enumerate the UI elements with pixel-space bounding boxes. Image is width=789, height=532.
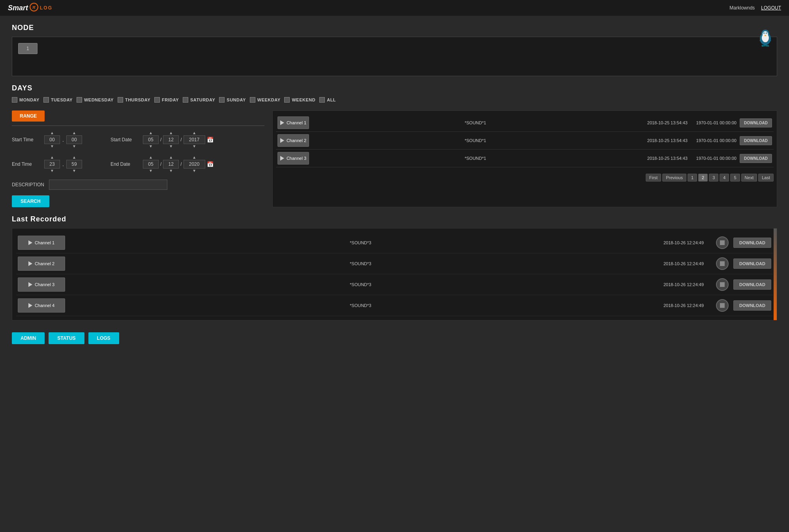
lr-row-4: Channel 4 *SOUND*3 2018-10-26 12:24:49 D… — [16, 295, 773, 316]
end-year-input[interactable]: 2020 — [184, 160, 205, 169]
lr-download-3-button[interactable]: DOWNLOAD — [733, 279, 771, 290]
start-day-down[interactable]: ▼ — [167, 144, 174, 149]
page-3-button[interactable]: 3 — [709, 174, 718, 182]
lr-channel-4-name: Channel 4 — [35, 303, 54, 308]
logo: Smart π LOG — [8, 3, 52, 13]
channel-1-date1: 2018-10-25 13:54:43 — [642, 120, 693, 125]
tuesday-checkbox[interactable] — [43, 97, 49, 103]
node-button-1[interactable]: 1 — [18, 43, 37, 54]
end-calendar-icon[interactable]: 📅 — [207, 161, 214, 167]
lr-play-1-button[interactable]: Channel 1 — [18, 236, 65, 250]
start-day-up[interactable]: ▲ — [167, 131, 174, 135]
friday-checkbox[interactable] — [154, 97, 160, 103]
stop-3-button[interactable] — [716, 278, 729, 291]
weekend-checkbox[interactable] — [284, 97, 290, 103]
end-day-input[interactable]: 12 — [163, 160, 179, 169]
lr-download-4-button[interactable]: DOWNLOAD — [733, 300, 771, 311]
start-year-up[interactable]: ▲ — [191, 131, 198, 135]
start-time-spinner: ▲ 00 ▼ . ▲ 00 ▼ — [44, 131, 82, 149]
range-section: RANGE Start Time ▲ 00 ▼ . ▲ 00 ▼ — [12, 111, 777, 207]
hours-up-arrow[interactable]: ▲ — [49, 131, 56, 135]
logs-button[interactable]: LOGS — [88, 332, 119, 344]
end-hours-down[interactable]: ▼ — [49, 169, 56, 173]
stop-1-button[interactable] — [716, 236, 729, 249]
lr-download-1-button[interactable]: DOWNLOAD — [733, 238, 771, 248]
range-button[interactable]: RANGE — [12, 111, 45, 122]
sittig-logo: SITTIG — [753, 24, 777, 47]
page-2-button[interactable]: 2 — [698, 174, 708, 182]
description-input[interactable] — [49, 180, 167, 190]
end-minutes-up[interactable]: ▲ — [71, 155, 78, 160]
last-page-button[interactable]: Last — [758, 174, 774, 182]
header: Smart π LOG Marklownds LOGOUT — [0, 0, 789, 16]
end-minutes-input[interactable]: 59 — [66, 160, 82, 169]
start-month-up[interactable]: ▲ — [147, 131, 154, 135]
download-channel-3-button[interactable]: DOWNLOAD — [740, 154, 772, 163]
start-year-down[interactable]: ▼ — [191, 144, 198, 149]
day-weekend: WEEKEND — [284, 97, 315, 103]
status-button[interactable]: STATUS — [49, 332, 84, 344]
start-day-input[interactable]: 12 — [163, 135, 179, 144]
end-time-spinner: ▲ 23 ▼ . ▲ 59 ▼ — [44, 155, 82, 173]
end-minutes-down[interactable]: ▼ — [71, 169, 78, 173]
range-controls: RANGE Start Time ▲ 00 ▼ . ▲ 00 ▼ — [12, 111, 264, 207]
lr-play-2-button[interactable]: Channel 2 — [18, 257, 65, 271]
search-button[interactable]: SEARCH — [12, 195, 49, 207]
end-month-down[interactable]: ▼ — [147, 169, 154, 173]
end-year-part: ▲ 2020 ▼ — [184, 155, 205, 173]
start-month-down[interactable]: ▼ — [147, 144, 154, 149]
end-month-up[interactable]: ▲ — [147, 155, 154, 160]
page-1-button[interactable]: 1 — [688, 174, 697, 182]
main-content: NODE SITTIG 1 DA — [0, 16, 789, 356]
minutes-down-arrow[interactable]: ▼ — [71, 144, 78, 149]
header-username: Marklownds — [729, 5, 755, 11]
start-hours-input[interactable]: 00 — [44, 135, 60, 144]
minutes-up-arrow[interactable]: ▲ — [71, 131, 78, 135]
download-channel-2-button[interactable]: DOWNLOAD — [740, 136, 772, 145]
download-channel-1-button[interactable]: DOWNLOAD — [740, 118, 772, 127]
start-calendar-icon[interactable]: 📅 — [207, 137, 214, 143]
play-channel-1-button[interactable]: Channel 1 — [277, 116, 309, 129]
thursday-checkbox[interactable] — [118, 97, 123, 103]
weekday-checkbox[interactable] — [250, 97, 255, 103]
end-day-up[interactable]: ▲ — [167, 155, 174, 160]
sunday-checkbox[interactable] — [219, 97, 225, 103]
lr-download-2-button[interactable]: DOWNLOAD — [733, 259, 771, 269]
stop-2-button[interactable] — [716, 257, 729, 270]
monday-checkbox[interactable] — [12, 97, 17, 103]
end-year-down[interactable]: ▼ — [191, 169, 198, 173]
start-minutes-input[interactable]: 00 — [66, 135, 82, 144]
previous-page-button[interactable]: Previous — [662, 174, 686, 182]
end-month-input[interactable]: 05 — [143, 160, 159, 169]
channel-2-sound: *SOUND*1 — [312, 138, 639, 143]
wednesday-checkbox[interactable] — [77, 97, 82, 103]
last-recorded-title: Last Recorded — [12, 215, 777, 223]
play-channel-2-button[interactable]: Channel 2 — [277, 134, 309, 147]
end-hours-up[interactable]: ▲ — [49, 155, 56, 160]
search-result-row-3: Channel 3 *SOUND*1 2018-10-25 13:54:43 1… — [276, 150, 774, 167]
saturday-checkbox[interactable] — [183, 97, 188, 103]
start-month-input[interactable]: 05 — [143, 135, 159, 144]
end-year-up[interactable]: ▲ — [191, 155, 198, 160]
scroll-bar[interactable] — [774, 229, 777, 320]
hours-down-arrow[interactable]: ▼ — [49, 144, 56, 149]
end-hours-input[interactable]: 23 — [44, 160, 60, 169]
wednesday-label: WEDNESDAY — [84, 97, 114, 102]
lr-play-4-button[interactable]: Channel 4 — [18, 298, 65, 313]
lr-channel-2-sound: *SOUND*3 — [70, 261, 651, 266]
channel-3-date1: 2018-10-25 13:54:43 — [642, 156, 693, 161]
lr-play-3-button[interactable]: Channel 3 — [18, 277, 65, 292]
admin-button[interactable]: ADMIN — [12, 332, 45, 344]
lr-play-icon-3 — [28, 282, 32, 287]
next-page-button[interactable]: Next — [741, 174, 757, 182]
monday-label: MONDAY — [19, 97, 39, 102]
first-page-button[interactable]: First — [646, 174, 661, 182]
stop-4-button[interactable] — [716, 299, 729, 312]
start-year-input[interactable]: 2017 — [184, 135, 205, 144]
end-day-down[interactable]: ▼ — [167, 169, 174, 173]
all-checkbox[interactable] — [319, 97, 325, 103]
page-5-button[interactable]: 5 — [730, 174, 740, 182]
logout-button[interactable]: LOGOUT — [761, 5, 781, 11]
page-4-button[interactable]: 4 — [720, 174, 729, 182]
play-channel-3-button[interactable]: Channel 3 — [277, 152, 309, 165]
